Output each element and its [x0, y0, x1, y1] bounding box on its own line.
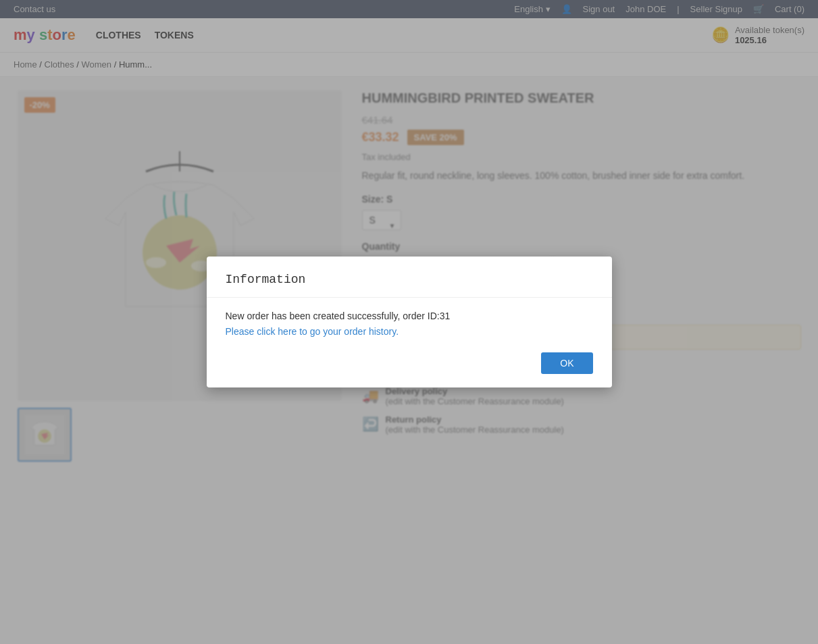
modal-body: New order has been created successfully,… [226, 308, 593, 339]
modal: Information New order has been created s… [207, 257, 612, 387]
modal-divider [207, 297, 612, 298]
modal-overlay: Information New order has been created s… [0, 0, 818, 475]
modal-footer: OK [226, 352, 593, 374]
modal-order-history-link[interactable]: Please click here to go your order histo… [226, 326, 399, 337]
modal-title: Information [226, 273, 593, 286]
modal-ok-button[interactable]: OK [541, 352, 592, 374]
modal-message: New order has been created successfully,… [226, 311, 451, 321]
